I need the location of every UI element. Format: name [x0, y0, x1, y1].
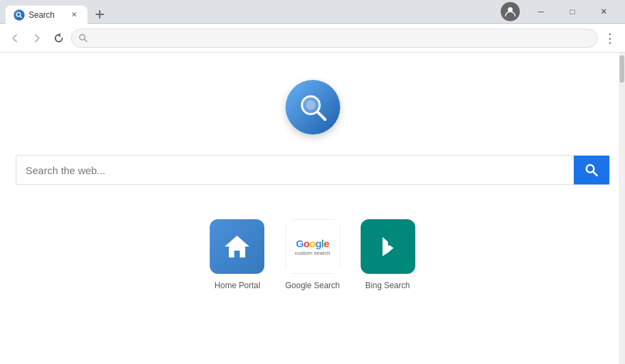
tab-bar: Search ✕ — [5, 0, 109, 24]
web-search-input[interactable] — [16, 156, 574, 184]
window-controls: ─ □ ✕ — [501, 0, 620, 24]
svg-marker-12 — [225, 236, 249, 257]
search-box-container — [16, 155, 610, 185]
user-account-button[interactable] — [501, 2, 520, 21]
title-bar: Search ✕ ─ □ ✕ — [0, 0, 625, 24]
google-sub-text: custom search — [294, 250, 330, 256]
scrollbar[interactable] — [619, 53, 625, 364]
reload-button[interactable] — [49, 29, 68, 48]
minimize-button[interactable]: ─ — [525, 0, 557, 24]
url-input[interactable] — [92, 33, 590, 43]
svg-line-1 — [20, 16, 22, 18]
google-search-icon: Google custom search — [286, 219, 340, 274]
forward-button[interactable] — [27, 29, 46, 48]
svg-point-9 — [306, 100, 316, 110]
search-button-icon — [585, 163, 598, 177]
page-content: Home Portal Google custom search Google … — [0, 53, 625, 364]
search-logo — [286, 80, 340, 135]
home-portal-icon — [210, 219, 264, 274]
search-submit-button[interactable] — [574, 156, 609, 184]
shortcut-bing-search[interactable]: Bing Search — [361, 219, 415, 290]
address-bar[interactable] — [71, 29, 598, 48]
google-search-label: Google Search — [285, 281, 339, 290]
shortcuts-container: Home Portal Google custom search Google … — [210, 219, 415, 290]
search-icon — [79, 33, 88, 43]
shortcut-google-search[interactable]: Google custom search Google Search — [285, 219, 339, 290]
tab-favicon — [14, 10, 25, 20]
bing-icon-bg — [361, 219, 415, 274]
scrollbar-thumb[interactable] — [620, 55, 624, 83]
shortcut-home-portal[interactable]: Home Portal — [210, 219, 264, 290]
home-portal-icon-bg — [210, 219, 264, 274]
tab-close-button[interactable]: ✕ — [68, 10, 79, 20]
svg-rect-3 — [96, 14, 104, 15]
bing-search-icon — [361, 219, 415, 274]
home-portal-label: Home Portal — [214, 281, 260, 290]
search-logo-inner — [298, 92, 328, 122]
tab-title: Search — [29, 10, 64, 20]
close-button[interactable]: ✕ — [588, 0, 620, 24]
nav-bar: ⋮ — [0, 24, 625, 53]
maximize-button[interactable]: □ — [557, 0, 588, 24]
svg-line-6 — [85, 39, 87, 42]
google-icon-bg: Google custom search — [286, 219, 340, 274]
back-button[interactable] — [5, 29, 25, 48]
svg-line-11 — [593, 172, 597, 176]
new-tab-button[interactable] — [90, 5, 109, 24]
bing-search-label: Bing Search — [365, 281, 410, 290]
active-tab[interactable]: Search ✕ — [5, 5, 87, 25]
google-logo-text: Google — [296, 238, 329, 250]
svg-line-8 — [318, 112, 325, 120]
menu-button[interactable]: ⋮ — [600, 29, 620, 48]
